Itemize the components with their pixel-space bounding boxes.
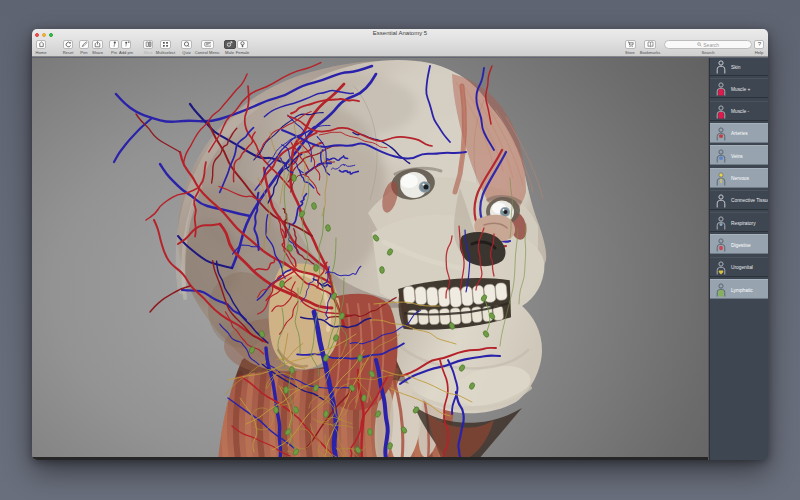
svg-text:?: ? xyxy=(757,41,761,47)
